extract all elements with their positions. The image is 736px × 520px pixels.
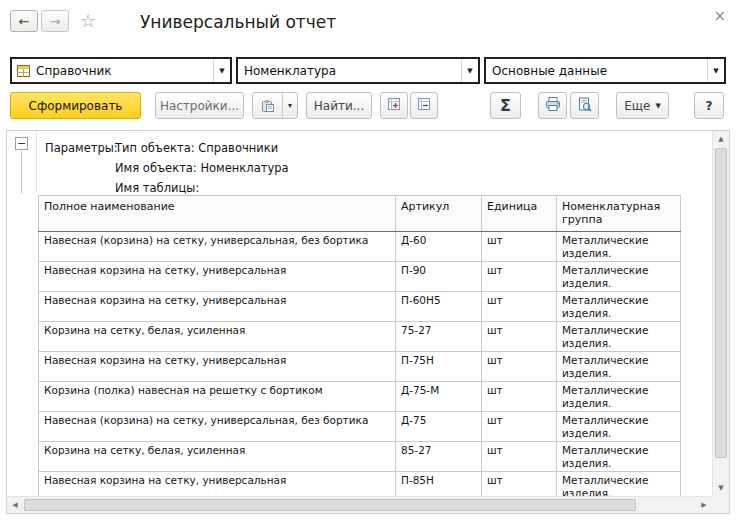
horizontal-scroll-thumb[interactable] xyxy=(24,499,636,511)
settings-button[interactable]: Настройки... xyxy=(155,92,244,119)
cell-group: Металлические изделия. xyxy=(557,472,681,497)
object-select[interactable]: Номенклатура ▼ xyxy=(236,57,480,84)
scroll-left-button[interactable]: ◀ xyxy=(7,497,23,513)
params-lines: Тип объекта: СправочникиИмя объекта: Ном… xyxy=(115,138,289,198)
horizontal-scrollbar[interactable]: ◀ ▶ xyxy=(7,496,712,513)
report-area: − Параметры: Тип объекта: СправочникиИмя… xyxy=(6,130,730,514)
column-header: Полное наименование xyxy=(39,196,396,232)
param-line: Тип объекта: Справочники xyxy=(115,138,289,158)
print-button[interactable] xyxy=(538,92,567,119)
collapse-groups-icon xyxy=(417,97,431,114)
close-icon[interactable]: × xyxy=(713,7,726,25)
params-label: Параметры: xyxy=(45,138,115,198)
cell-unit: шт xyxy=(482,472,557,497)
report-parameters: Параметры: Тип объекта: СправочникиИмя о… xyxy=(45,138,289,198)
group-margin-separator xyxy=(36,131,37,193)
table-row[interactable]: Навесная корзина на сетку, универсальная… xyxy=(39,262,681,292)
column-header: Номенклатурная группа xyxy=(557,196,681,232)
cell-unit: шт xyxy=(482,262,557,292)
cell-article: П-85Н xyxy=(396,472,482,497)
cell-full-name: Навесная корзина на сетку, универсальная xyxy=(39,472,396,497)
vertical-scroll-thumb[interactable] xyxy=(715,148,727,458)
cell-full-name: Навесная корзина на сетку, универсальная xyxy=(39,292,396,322)
print-preview-icon xyxy=(577,97,592,115)
cell-unit: шт xyxy=(482,412,557,442)
table-row[interactable]: Навесная корзина на сетку, универсальная… xyxy=(39,472,681,497)
param-line: Имя объекта: Номенклатура xyxy=(115,158,289,178)
cell-unit: шт xyxy=(482,232,557,262)
object-value: Номенклатура xyxy=(238,59,461,82)
data-section-value: Основные данные xyxy=(486,59,707,82)
data-type-select[interactable]: Справочник ▼ xyxy=(10,57,232,84)
find-button[interactable]: Найти... xyxy=(306,92,372,119)
more-actions-label: Еще xyxy=(624,99,650,113)
column-header: Единица xyxy=(482,196,557,232)
cell-group: Металлические изделия. xyxy=(557,262,681,292)
generate-report-button[interactable]: Сформировать xyxy=(10,92,141,119)
table-row[interactable]: Навесная (корзина) на сетку, универсальн… xyxy=(39,412,681,442)
cell-group: Металлические изделия. xyxy=(557,292,681,322)
cell-full-name: Корзина на сетку, белая, усиленная xyxy=(39,322,396,352)
cell-group: Металлические изделия. xyxy=(557,232,681,262)
favorite-star-icon[interactable]: ☆ xyxy=(80,10,96,31)
universal-report-window: ← → ☆ Универсальный отчет × Справочник ▼… xyxy=(0,0,736,520)
help-button[interactable]: ? xyxy=(694,92,724,119)
vertical-scrollbar[interactable]: ▲ ▼ xyxy=(712,131,729,496)
cell-unit: шт xyxy=(482,442,557,472)
table-row[interactable]: Корзина на сетку, белая, усиленная85-27ш… xyxy=(39,442,681,472)
chevron-down-icon[interactable]: ▾ xyxy=(282,93,297,118)
report-table: Полное наименованиеАртикулЕдиницаНоменкл… xyxy=(38,195,681,496)
totals-sum-button[interactable]: Σ xyxy=(490,92,521,119)
forward-button[interactable]: → xyxy=(41,10,69,32)
clipboard-icon xyxy=(253,93,282,118)
table-row[interactable]: Корзина на сетку, белая, усиленная75-27ш… xyxy=(39,322,681,352)
cell-full-name: Корзина (полка) навесная на решетку с бо… xyxy=(39,382,396,412)
back-arrow-icon: ← xyxy=(19,14,30,29)
table-row[interactable]: Навесная (корзина) на сетку, универсальн… xyxy=(39,232,681,262)
cell-group: Металлические изделия. xyxy=(557,382,681,412)
report-variant-button[interactable]: ▾ xyxy=(252,92,298,119)
cell-full-name: Навесная корзина на сетку, универсальная xyxy=(39,352,396,382)
scroll-down-button[interactable]: ▼ xyxy=(713,480,729,496)
cell-group: Металлические изделия. xyxy=(557,442,681,472)
data-type-value: Справочник xyxy=(30,59,213,82)
chevron-down-icon[interactable]: ▼ xyxy=(461,59,478,82)
spreadsheet-canvas: − Параметры: Тип объекта: СправочникиИмя… xyxy=(7,131,712,496)
cell-article: П-90 xyxy=(396,262,482,292)
table-row[interactable]: Навесная корзина на сетку, универсальная… xyxy=(39,352,681,382)
chevron-down-icon: ▼ xyxy=(655,102,660,110)
group-bracket-line xyxy=(21,151,22,193)
cell-unit: шт xyxy=(482,322,557,352)
more-actions-button[interactable]: Еще ▼ xyxy=(616,92,669,119)
printer-icon xyxy=(545,97,561,114)
expand-groups-icon xyxy=(387,97,401,114)
back-button[interactable]: ← xyxy=(10,10,38,32)
cell-article: Д-75-М xyxy=(396,382,482,412)
expand-groups-button[interactable] xyxy=(380,92,408,119)
collapse-groups-button[interactable] xyxy=(410,92,438,119)
cell-article: Д-60 xyxy=(396,232,482,262)
cell-unit: шт xyxy=(482,352,557,382)
collapse-group-button[interactable]: − xyxy=(15,137,28,150)
catalog-icon xyxy=(12,59,30,82)
chevron-down-icon[interactable]: ▼ xyxy=(707,59,724,82)
cell-full-name: Навесная (корзина) на сетку, универсальн… xyxy=(39,412,396,442)
report-table-body: Навесная (корзина) на сетку, универсальн… xyxy=(39,232,681,497)
cell-group: Металлические изделия. xyxy=(557,412,681,442)
scroll-right-button[interactable]: ▶ xyxy=(696,497,712,513)
print-preview-button[interactable] xyxy=(570,92,599,119)
cell-article: П-75Н xyxy=(396,352,482,382)
cell-article: П-60Н5 xyxy=(396,292,482,322)
table-row[interactable]: Навесная корзина на сетку, универсальная… xyxy=(39,292,681,322)
cell-group: Металлические изделия. xyxy=(557,352,681,382)
cell-full-name: Навесная (корзина) на сетку, универсальн… xyxy=(39,232,396,262)
cell-article: 75-27 xyxy=(396,322,482,352)
chevron-down-icon[interactable]: ▼ xyxy=(213,59,230,82)
cell-full-name: Корзина на сетку, белая, усиленная xyxy=(39,442,396,472)
cell-group: Металлические изделия. xyxy=(557,322,681,352)
table-row[interactable]: Корзина (полка) навесная на решетку с бо… xyxy=(39,382,681,412)
cell-article: Д-75 xyxy=(396,412,482,442)
cell-full-name: Навесная корзина на сетку, универсальная xyxy=(39,262,396,292)
scroll-up-button[interactable]: ▲ xyxy=(713,131,729,147)
data-section-select[interactable]: Основные данные ▼ xyxy=(484,57,726,84)
